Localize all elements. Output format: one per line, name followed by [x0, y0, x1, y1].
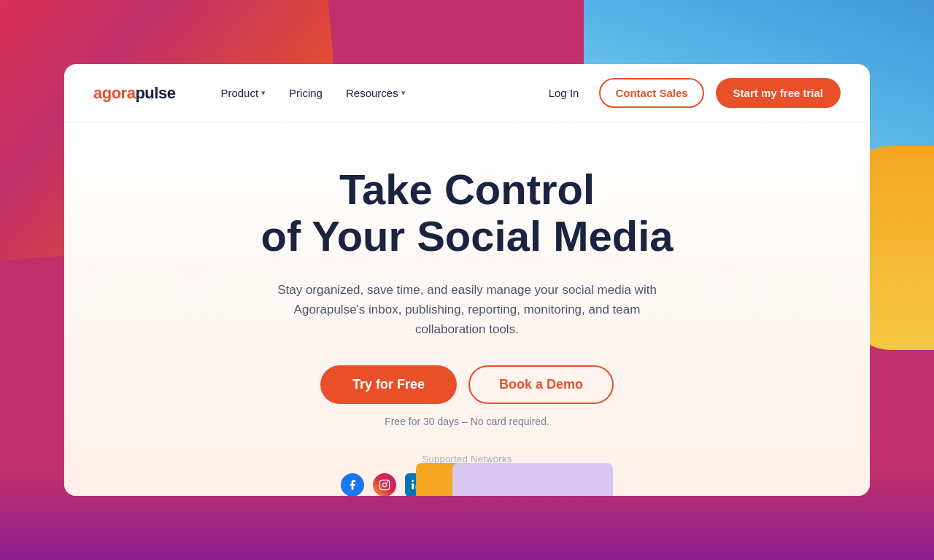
nav-links: Product ▾ Pricing Resources ▾ [212, 81, 539, 105]
book-demo-button[interactable]: Book a Demo [468, 365, 614, 404]
chevron-down-icon-2: ▾ [401, 88, 406, 98]
hero-section: Take Control of Your Social Media Stay o… [64, 122, 870, 496]
nav-resources[interactable]: Resources ▾ [337, 81, 414, 105]
hero-title-line2: of Your Social Media [260, 212, 673, 260]
logo-pulse: pulse [135, 84, 175, 102]
chevron-down-icon: ▾ [261, 88, 266, 98]
login-button[interactable]: Log In [540, 81, 588, 105]
nav-pricing-label: Pricing [289, 87, 323, 99]
main-card: agorapulse Product ▾ Pricing Resources ▾… [64, 64, 870, 496]
logo-agora: agora [93, 84, 135, 102]
nav-pricing[interactable]: Pricing [280, 81, 331, 105]
logo[interactable]: agorapulse [93, 84, 175, 103]
hero-buttons: Try for Free Book a Demo [320, 365, 614, 404]
hero-subtitle: Stay organized, save time, and easily ma… [277, 280, 657, 340]
hero-title-line1: Take Control [339, 166, 595, 213]
nav-right: Log In Contact Sales Start my free trial [540, 78, 841, 108]
hero-note: Free for 30 days – No card required. [385, 416, 549, 427]
below-hint [64, 452, 870, 496]
nav-product-label: Product [220, 87, 258, 99]
try-free-button[interactable]: Try for Free [320, 365, 457, 404]
nav-resources-label: Resources [346, 87, 398, 99]
contact-sales-button[interactable]: Contact Sales [599, 78, 703, 108]
hint-card-purple [452, 463, 613, 496]
nav-product[interactable]: Product ▾ [212, 81, 274, 105]
start-trial-button[interactable]: Start my free trial [716, 78, 841, 108]
navbar: agorapulse Product ▾ Pricing Resources ▾… [64, 64, 870, 122]
hero-title: Take Control of Your Social Media [260, 166, 673, 260]
